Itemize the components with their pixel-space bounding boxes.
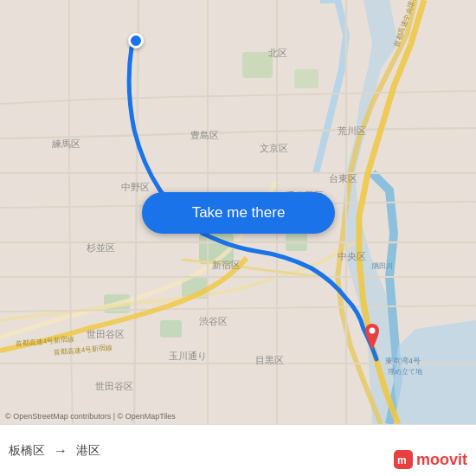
bottom-bar: 板橋区 → 港区 m moovit <box>0 424 476 476</box>
svg-text:中央区: 中央区 <box>338 251 366 261</box>
map-attribution: © OpenStreetMap contributors | © OpenMap… <box>5 412 176 421</box>
svg-text:台東区: 台東区 <box>329 173 357 183</box>
svg-text:m: m <box>397 454 407 466</box>
svg-text:世田谷区: 世田谷区 <box>95 381 133 391</box>
svg-text:新宿区: 新宿区 <box>212 260 241 270</box>
origin-label: 板橋区 <box>9 443 45 459</box>
svg-point-31 <box>370 328 376 334</box>
svg-text:目黒区: 目黒区 <box>255 355 284 365</box>
svg-text:玉川通り: 玉川通り <box>169 351 207 361</box>
svg-text:北区: 北区 <box>268 48 287 58</box>
destination-marker <box>362 324 383 353</box>
map-container: 練馬区 中野区 杉並区 豊島区 文京区 荒川区 台東区 千代田区 東京都 中央区… <box>0 0 476 424</box>
svg-text:隅田川: 隅田川 <box>372 262 393 270</box>
svg-text:中野区: 中野区 <box>121 182 150 192</box>
svg-text:世田谷区: 世田谷区 <box>87 329 125 339</box>
svg-text:杉並区: 杉並区 <box>86 242 115 253</box>
moovit-text: moovit <box>416 451 467 469</box>
moovit-logo-icon: m <box>394 450 413 469</box>
svg-text:荒川区: 荒川区 <box>338 125 366 136</box>
svg-text:埋め立て地: 埋め立て地 <box>387 368 422 376</box>
take-me-there-button[interactable]: Take me there <box>142 192 335 234</box>
origin-marker <box>128 33 144 48</box>
svg-rect-7 <box>294 69 318 88</box>
route-arrow: → <box>54 443 68 459</box>
svg-text:練馬区: 練馬区 <box>51 138 80 149</box>
svg-text:文京区: 文京区 <box>260 143 288 153</box>
svg-rect-3 <box>160 320 182 338</box>
svg-text:渋谷区: 渋谷区 <box>199 316 228 326</box>
destination-label: 港区 <box>76 443 100 459</box>
moovit-logo: m moovit <box>394 450 467 469</box>
svg-text:豊島区: 豊島区 <box>190 130 219 140</box>
svg-text:東京湾4号: 東京湾4号 <box>385 357 421 365</box>
